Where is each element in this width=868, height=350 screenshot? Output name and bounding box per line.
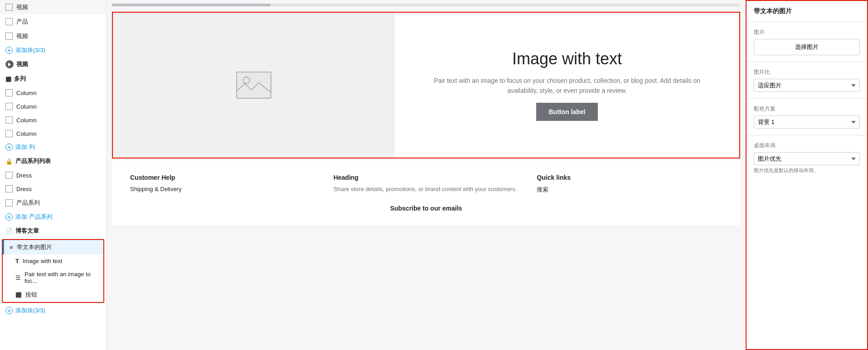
sidebar-item-label: 产品	[16, 18, 28, 26]
add-block-bottom-label: 添加块(3/3)	[15, 307, 45, 315]
svg-rect-1	[237, 72, 271, 98]
panel-title: 带文本的图片	[747, 1, 867, 20]
footer-col2-title: Heading	[334, 174, 519, 181]
select-image-button[interactable]: 选择图片	[754, 39, 860, 55]
svg-marker-0	[8, 62, 11, 67]
sidebar-item-dress2[interactable]: Dress	[0, 182, 106, 196]
sidebar-section-blog[interactable]: 📄 博客文章	[0, 224, 106, 238]
add-block-bottom-btn[interactable]: + 添加块(3/3)	[0, 304, 106, 317]
panel-image-section: 图片 选择图片	[747, 24, 867, 60]
add-product-btn[interactable]: + 添加 产品系列	[0, 210, 106, 224]
panel-aspect-section: 图片比 适应图片	[747, 64, 867, 96]
main-canvas-area: Image with text Pair text with an image …	[107, 0, 746, 350]
footer-section: Customer Help Shipping & Delivery Headin…	[112, 160, 740, 225]
footer-col-1: Customer Help Shipping & Delivery	[130, 174, 315, 194]
frame-icon	[5, 18, 13, 25]
sidebar-section-label: 视频	[16, 60, 28, 68]
plus-icon: +	[5, 307, 13, 314]
footer-col-2: Heading Share store details, promotions,…	[334, 174, 519, 194]
aspect-ratio-select[interactable]: 适应图片	[754, 79, 860, 92]
panel-desktop-note: 图片优先是默认的移动布局。	[754, 167, 860, 174]
sidebar-item-label: Dress	[16, 186, 32, 192]
sidebar-selected-subsection: ≡ 带文本的图片 T Image with text ☰ Pair text w…	[2, 239, 104, 303]
section-heading: Image with text	[512, 49, 622, 68]
panel-aspect-label: 图片比	[754, 68, 860, 76]
frame-icon	[5, 199, 13, 206]
section-button[interactable]: Button label	[536, 103, 598, 121]
frame-icon	[5, 103, 13, 110]
footer-col1-link[interactable]: Shipping & Delivery	[130, 186, 315, 192]
frame-icon	[5, 130, 13, 137]
sidebar-item-col1[interactable]: Column	[0, 86, 106, 100]
footer-columns: Customer Help Shipping & Delivery Headin…	[130, 174, 722, 194]
sidebar-item-product1[interactable]: 产品	[0, 14, 106, 29]
add-product-label: 添加 产品系列	[15, 213, 53, 221]
sidebar-item-image-with-text-child[interactable]: T Image with text	[3, 254, 103, 268]
sidebar-item-col4[interactable]: Column	[0, 127, 106, 140]
text-icon: T	[15, 258, 19, 264]
sidebar-section-label: 博客文章	[15, 227, 39, 235]
frame-icon	[5, 185, 13, 192]
image-with-text-section[interactable]: Image with text Pair text with an image …	[112, 12, 740, 158]
text-side: Image with text Pair text with an image …	[395, 13, 739, 158]
sidebar-section-product-list[interactable]: 🔒 产品系列列表	[0, 154, 106, 168]
right-panel: 带文本的图片 图片 选择图片 图片比 适应图片 配色方案 背景 1 桌面布局 图…	[746, 0, 868, 350]
canvas-scroll[interactable]: Image with text Pair text with an image …	[107, 0, 746, 350]
panel-divider3	[747, 98, 867, 99]
sidebar-child-label: Image with text	[23, 258, 62, 264]
panel-image-label: 图片	[754, 29, 860, 36]
footer-col2-desc: Share store details, promotions, or bran…	[334, 186, 519, 192]
sidebar-item-label: Column	[16, 117, 37, 124]
sidebar-section-label: 多列	[14, 75, 26, 83]
footer-col3-link[interactable]: 搜索	[537, 186, 722, 194]
play-icon	[5, 60, 14, 68]
sidebar-item-video2[interactable]: 视频	[0, 29, 106, 43]
button-icon: ⬛	[15, 292, 22, 298]
add-col-btn[interactable]: + 添加 列	[0, 140, 106, 154]
sidebar-selected-label: 带文本的图片	[17, 243, 52, 251]
sidebar-section-video[interactable]: 视频	[0, 57, 106, 72]
sidebar-item-button-child[interactable]: ⬛ 按钮	[3, 288, 103, 302]
sidebar-item-label: Column	[16, 130, 37, 137]
scroll-indicator-thumb	[112, 4, 271, 6]
footer-subscribe: Subscribe to our emails	[130, 205, 722, 212]
sidebar-item-pair-text-child[interactable]: ☰ Pair text with an image to foc...	[3, 268, 103, 288]
add-block-btn[interactable]: + 添加块(3/3)	[0, 43, 106, 57]
plus-icon: +	[5, 213, 13, 221]
panel-desktop-label: 桌面布局	[754, 142, 860, 149]
scroll-bar-area	[107, 0, 746, 10]
panel-color-section: 配色方案 背景 1	[747, 101, 867, 133]
sidebar-child-label: Pair text with an image to foc...	[24, 271, 98, 284]
left-sidebar: 视频 产品 视频 + 添加块(3/3) 视频 ▦ 多列 Column Colum…	[0, 0, 107, 350]
blog-icon: 📄	[5, 228, 13, 235]
panel-desktop-section: 桌面布局 图片优先 图片优先是默认的移动布局。	[747, 137, 867, 178]
frame-icon	[5, 4, 13, 11]
sidebar-item-label: Dress	[16, 172, 32, 179]
panel-divider	[747, 22, 867, 22]
frame-icon	[5, 89, 13, 96]
sidebar-item-label: Column	[16, 103, 37, 110]
sidebar-item-video1[interactable]: 视频	[0, 0, 106, 14]
sidebar-item-label: 产品系列	[16, 199, 40, 207]
sidebar-item-col3[interactable]: Column	[0, 113, 106, 127]
sidebar-item-col2[interactable]: Column	[0, 100, 106, 113]
grid-icon: ▦	[5, 75, 11, 82]
frame-icon	[5, 33, 13, 40]
color-scheme-select[interactable]: 背景 1	[754, 115, 860, 129]
sidebar-item-label: Column	[16, 90, 37, 96]
sidebar-item-image-with-text-section[interactable]: ≡ 带文本的图片	[3, 240, 103, 254]
plus-icon: +	[5, 47, 13, 54]
sidebar-item-label: 视频	[16, 3, 28, 11]
desktop-layout-select[interactable]: 图片优先	[754, 152, 860, 165]
frame-icon	[5, 172, 13, 179]
sidebar-child-label: 按钮	[25, 291, 37, 299]
sidebar-item-label: 视频	[16, 32, 28, 40]
footer-col-3: Quick links 搜索	[537, 174, 722, 194]
sidebar-item-product-series[interactable]: 产品系列	[0, 196, 106, 210]
sidebar-item-dress1[interactable]: Dress	[0, 168, 106, 182]
sidebar-section-multi-col[interactable]: ▦ 多列	[0, 72, 106, 86]
list-icon: ≡	[10, 244, 13, 251]
image-with-text-block: Image with text Pair text with an image …	[113, 13, 739, 158]
section-description: Pair text with an image to focus on your…	[422, 76, 712, 96]
scroll-indicator	[112, 4, 740, 6]
